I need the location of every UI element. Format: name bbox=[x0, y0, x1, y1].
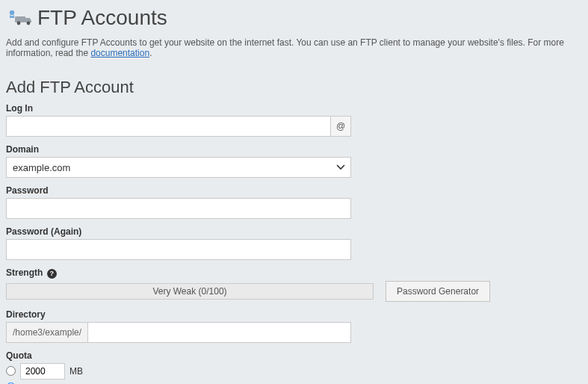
svg-point-2 bbox=[17, 22, 21, 25]
directory-label: Directory bbox=[6, 309, 582, 320]
intro-text-end: . bbox=[149, 48, 152, 58]
directory-prefix: /home3/example/ bbox=[6, 322, 87, 343]
help-icon[interactable]: ? bbox=[47, 269, 57, 279]
strength-field: Strength ? Very Weak (0/100) Password Ge… bbox=[6, 267, 582, 302]
svg-point-0 bbox=[10, 10, 14, 15]
login-label: Log In bbox=[6, 103, 582, 114]
form-heading: Add FTP Account bbox=[6, 78, 582, 97]
domain-label: Domain bbox=[6, 144, 582, 155]
at-addon: @ bbox=[330, 116, 351, 137]
svg-point-3 bbox=[27, 22, 31, 25]
page-header: FTP Accounts bbox=[6, 6, 582, 30]
quota-limited-radio[interactable] bbox=[6, 366, 16, 376]
quota-unit: MB bbox=[69, 366, 83, 377]
password-again-field: Password (Again) bbox=[6, 226, 582, 260]
password-input[interactable] bbox=[6, 198, 351, 219]
password-label: Password bbox=[6, 185, 582, 196]
domain-select[interactable]: example.com bbox=[6, 157, 351, 178]
page-title: FTP Accounts bbox=[37, 6, 167, 30]
ftp-truck-icon bbox=[6, 7, 33, 28]
domain-field: Domain example.com bbox=[6, 144, 582, 178]
documentation-link[interactable]: documentation bbox=[90, 48, 149, 58]
login-input[interactable] bbox=[6, 116, 330, 137]
login-field: Log In @ bbox=[6, 103, 582, 137]
password-again-label: Password (Again) bbox=[6, 226, 582, 237]
password-field: Password bbox=[6, 185, 582, 219]
directory-field: Directory /home3/example/ bbox=[6, 309, 582, 343]
password-generator-button[interactable]: Password Generator bbox=[386, 281, 490, 302]
directory-input[interactable] bbox=[87, 322, 351, 343]
quota-field: Quota MB Unlimited bbox=[6, 350, 582, 385]
strength-label: Strength ? bbox=[6, 267, 582, 279]
quota-label: Quota bbox=[6, 350, 582, 361]
svg-rect-1 bbox=[15, 16, 25, 22]
strength-label-text: Strength bbox=[6, 267, 43, 278]
intro-text: Add and configure FTP Accounts to get yo… bbox=[6, 37, 582, 58]
password-again-input[interactable] bbox=[6, 239, 351, 260]
strength-meter: Very Weak (0/100) bbox=[6, 283, 374, 300]
quota-value-input[interactable] bbox=[20, 363, 65, 380]
